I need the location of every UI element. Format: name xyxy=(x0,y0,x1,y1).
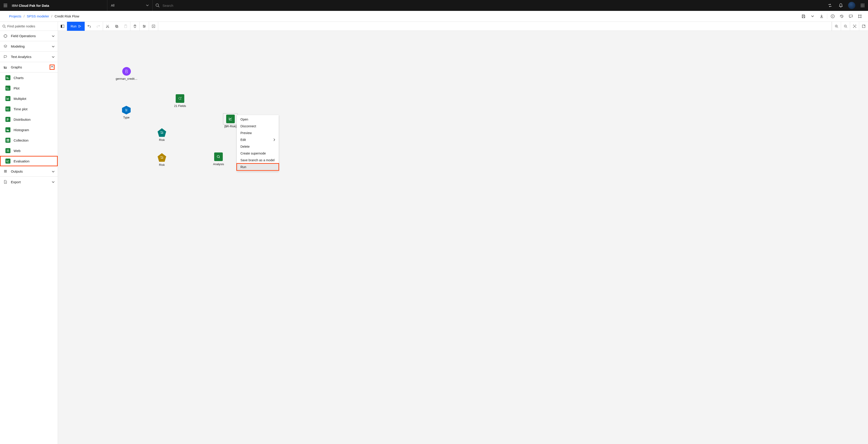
hamburger-menu-button[interactable] xyxy=(0,0,11,11)
zoom-out-button[interactable] xyxy=(841,22,850,31)
ctx-preview[interactable]: Preview xyxy=(237,129,279,137)
palette-node-plot[interactable]: Plot xyxy=(0,83,58,93)
flow-canvas[interactable]: german_credit… Type 21 Fields Risk Risk … xyxy=(58,31,868,444)
ctx-run[interactable]: Run xyxy=(237,164,279,170)
ctx-open[interactable]: Open xyxy=(237,116,279,123)
toggle-palette-button[interactable] xyxy=(58,22,67,31)
canvas-node-source[interactable]: german_credit… xyxy=(116,67,137,81)
graphs-icon xyxy=(3,65,8,69)
scope-dropdown[interactable]: All xyxy=(107,0,152,11)
svg-point-11 xyxy=(833,15,833,16)
web-tile-icon xyxy=(5,148,10,153)
palette-search[interactable] xyxy=(0,22,58,31)
palette-cat-graphs[interactable]: Graphs xyxy=(0,62,58,72)
ctx-supernode[interactable]: Create supernode xyxy=(237,150,279,157)
cut-button[interactable] xyxy=(103,22,112,31)
svg-point-19 xyxy=(106,27,107,28)
selection-indicator xyxy=(223,113,238,125)
app-switcher-button[interactable] xyxy=(857,0,868,11)
breadcrumb-modeler[interactable]: SPSS modeler xyxy=(27,14,49,18)
palette-node-evaluation[interactable]: Evaluation xyxy=(0,156,58,166)
evaluation-tile-icon xyxy=(5,158,10,164)
chevron-down-icon xyxy=(52,55,55,59)
svg-point-6 xyxy=(864,5,864,6)
svg-point-7 xyxy=(861,6,862,7)
palette-cat-label: Text Analytics xyxy=(11,55,49,59)
breadcrumb: Projects / SPSS modeler / Credit Risk Fl… xyxy=(9,14,79,18)
redo-button[interactable] xyxy=(94,22,103,31)
delete-button[interactable] xyxy=(130,22,140,31)
canvas-node-risk-nugget[interactable]: Risk xyxy=(158,153,166,167)
copy-button[interactable] xyxy=(112,22,121,31)
palette-node-collection[interactable]: Collection xyxy=(0,135,58,145)
palette-node-label: Evaluation xyxy=(13,159,29,163)
history-button[interactable] xyxy=(837,11,846,22)
svg-point-58 xyxy=(125,109,126,110)
canvas-node-risk-model[interactable]: Risk xyxy=(158,128,166,142)
comments-button[interactable] xyxy=(846,11,855,22)
notifications-button[interactable] xyxy=(835,0,846,11)
palette-cat-outputs[interactable]: Outputs xyxy=(0,166,58,177)
palette-cat-export[interactable]: Export xyxy=(0,177,58,187)
ctx-label: Save branch as a model xyxy=(241,158,275,162)
text-analytics-icon xyxy=(3,55,8,59)
nodes-icon xyxy=(858,14,862,18)
breadcrumb-bar: Projects / SPSS modeler / Credit Risk Fl… xyxy=(0,11,868,22)
hamburger-icon xyxy=(3,3,8,8)
palette-node-histogram[interactable]: Histogram xyxy=(0,125,58,135)
palette-cat-field-ops[interactable]: Field Operations xyxy=(0,31,58,41)
palette-node-multiplot[interactable]: Multiplot xyxy=(0,93,58,104)
paste-button[interactable] xyxy=(121,22,130,31)
ctx-disconnect[interactable]: Disconnect xyxy=(237,123,279,129)
canvas-node-evaluation[interactable]: [$R-Risk] xyxy=(224,115,236,128)
svg-point-12 xyxy=(858,15,859,16)
trash-icon xyxy=(133,25,137,28)
undo-button[interactable] xyxy=(85,22,94,31)
palette-node-time-plot[interactable]: Time plot xyxy=(0,104,58,114)
settings-button[interactable] xyxy=(140,22,149,31)
global-search[interactable] xyxy=(152,0,825,11)
supernode-button[interactable] xyxy=(149,22,158,31)
ctx-savebranch[interactable]: Save branch as a model xyxy=(237,157,279,164)
palette-cat-text-analytics[interactable]: Text Analytics xyxy=(0,52,58,62)
ctx-delete[interactable]: Delete xyxy=(237,143,279,150)
palette-node-charts[interactable]: Charts xyxy=(0,72,58,83)
palette-cat-label: Graphs xyxy=(11,65,46,69)
zoom-fit-button[interactable] xyxy=(850,22,859,31)
run-button[interactable]: Run xyxy=(67,22,85,31)
breadcrumb-projects[interactable]: Projects xyxy=(9,14,21,18)
panel-icon xyxy=(61,25,64,28)
download-button[interactable] xyxy=(817,11,826,22)
chevron-down-icon xyxy=(811,16,814,17)
zoom-in-button[interactable] xyxy=(832,22,841,31)
topbar: IBM Cloud Pak for Data All xyxy=(0,0,868,11)
palette-cat-label: Field Operations xyxy=(11,34,49,38)
svg-rect-21 xyxy=(116,25,117,27)
palette-node-label: Time plot xyxy=(13,107,27,111)
comment-tool-button[interactable] xyxy=(859,22,868,31)
canvas-node-analysis[interactable]: Analysis xyxy=(213,152,224,166)
global-search-input[interactable] xyxy=(162,4,822,7)
ctx-edit[interactable]: Edit xyxy=(237,137,279,143)
risk-nugget-icon xyxy=(158,153,166,162)
palette-cat-modeling[interactable]: Modeling xyxy=(0,41,58,52)
save-dropdown[interactable] xyxy=(808,11,817,22)
svg-rect-31 xyxy=(854,26,855,27)
charts-tile-icon xyxy=(5,75,10,80)
info-button[interactable] xyxy=(828,11,837,22)
palette-node-distribution[interactable]: Distribution xyxy=(0,114,58,125)
palette-cat-label: Outputs xyxy=(11,170,49,173)
canvas-node-21fields[interactable]: 21 Fields xyxy=(174,94,186,108)
paste-icon xyxy=(124,25,127,28)
palette-node-web[interactable]: Web xyxy=(0,145,58,156)
save-button[interactable] xyxy=(799,11,808,22)
main-area: Field Operations Modeling Text Analytics… xyxy=(0,31,868,444)
canvas-node-type[interactable]: Type xyxy=(122,106,131,119)
palette-search-input[interactable] xyxy=(7,24,56,28)
asset-button[interactable] xyxy=(855,11,864,22)
time-plot-tile-icon xyxy=(5,107,10,112)
distribution-tile-icon xyxy=(5,117,10,122)
directions-icon-button[interactable] xyxy=(825,0,835,11)
avatar[interactable] xyxy=(848,2,855,9)
svg-point-8 xyxy=(862,6,863,7)
